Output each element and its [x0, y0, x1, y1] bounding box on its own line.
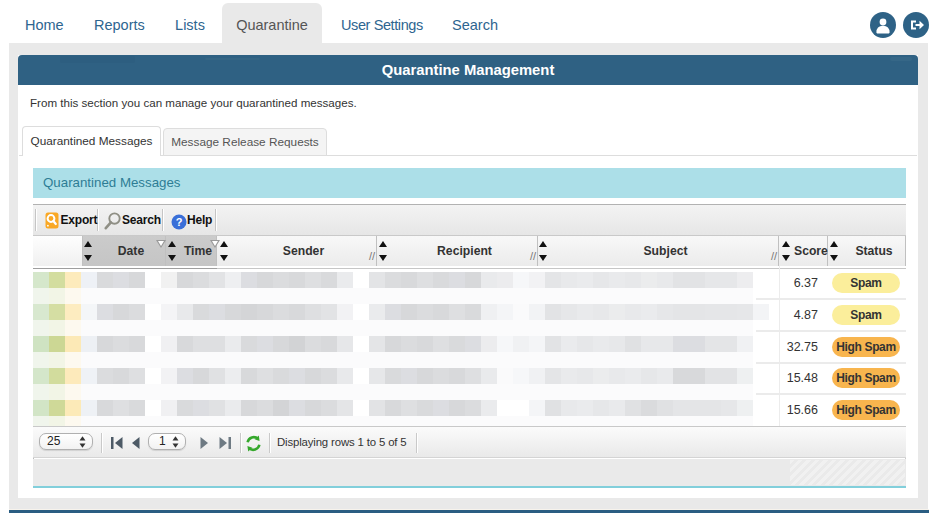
svg-text:?: ? — [176, 216, 183, 228]
